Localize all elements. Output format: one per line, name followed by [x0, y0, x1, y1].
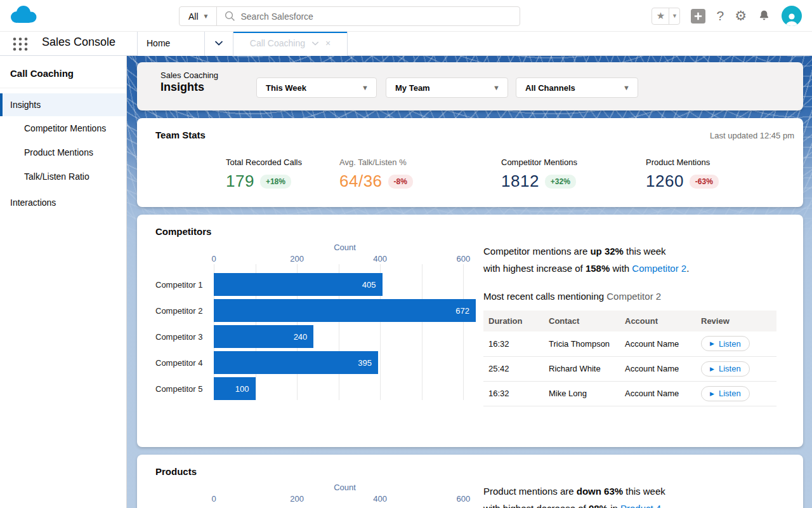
cell-account: Account Name	[620, 381, 696, 406]
stat-delta-badge: +32%	[545, 175, 576, 189]
favorites-star-icon[interactable]: ★	[652, 8, 669, 24]
x-axis-title: Count	[214, 483, 476, 494]
stat-competitor-mentions: Competitor Mentions1812+32%	[501, 157, 577, 191]
timeframe-dropdown[interactable]: This Week ▼	[256, 77, 377, 98]
stat-value: 179	[226, 171, 254, 191]
bar-competitor-3: 240	[214, 325, 313, 348]
table-row: 25:42Richard WhiteAccount Name▶Listen	[483, 356, 776, 381]
bar-competitor-1: 405	[214, 273, 383, 296]
stat-product-mentions: Product Mentions1260-63%	[646, 157, 719, 191]
products-title: Products	[155, 466, 197, 477]
sidebar-item-product-mentions[interactable]: Product Mentions	[0, 140, 126, 164]
chevron-down-icon: ▼	[493, 84, 500, 91]
sidebar-item-interactions[interactable]: Interactions	[0, 191, 126, 214]
global-header: All ▼ ★ ▼ ? ⚙	[0, 0, 812, 32]
team-stats-card: Team Stats Last updated 12:45 pm Total R…	[137, 118, 803, 207]
sidebar: Call Coaching InsightsCompetitor Mention…	[0, 56, 127, 508]
stat-label: Total Recorded Calls	[226, 157, 302, 167]
stat-total-recorded-calls: Total Recorded Calls179+18%	[226, 157, 302, 191]
cell-account: Account Name	[620, 356, 696, 381]
stat-value: 1260	[646, 171, 684, 191]
page-title: Insights	[160, 81, 218, 94]
stat-label: Avg. Talk/Listen %	[339, 157, 413, 167]
recent-calls-heading: Most recent calls mentioning Competitor …	[483, 291, 779, 302]
x-axis-ticks: 0200400600	[214, 494, 476, 507]
competitor-insight-line-1: Competitor mentions are up 32% this week	[483, 243, 779, 260]
stat-value: 64/36	[339, 171, 383, 191]
category-label: Competitor 5	[155, 384, 214, 394]
user-avatar[interactable]	[782, 6, 802, 26]
help-icon[interactable]: ?	[716, 8, 724, 23]
cell-duration: 16:32	[483, 381, 544, 406]
x-tick-600: 600	[456, 494, 470, 504]
bar-row-competitor-5: Competitor 5100	[155, 377, 476, 400]
search-icon	[225, 11, 235, 22]
listen-button[interactable]: ▶Listen	[701, 336, 750, 351]
last-updated: Last updated 12:45 pm	[710, 131, 794, 140]
sidebar-item-talk-listen-ratio[interactable]: Talk/Listen Ratio	[0, 164, 126, 189]
column-header-review: Review	[696, 311, 776, 331]
tab-home-dropdown[interactable]	[204, 30, 233, 56]
products-chart: Count 0200400600	[155, 483, 476, 508]
tab-call-coaching[interactable]: Call Coaching ×	[233, 30, 348, 56]
chevron-down-icon[interactable]	[311, 41, 319, 46]
favorites-caret-icon[interactable]: ▼	[669, 8, 679, 24]
category-label: Competitor 2	[155, 306, 214, 316]
link-product-4[interactable]: Product 4	[620, 503, 661, 508]
play-icon: ▶	[710, 391, 714, 397]
competitors-chart: Count 0200400600 Competitor 1405Competit…	[155, 243, 476, 403]
channels-value: All Channels	[525, 83, 575, 93]
timeframe-value: This Week	[266, 83, 306, 93]
favorites-control: ★ ▼	[652, 8, 680, 25]
stat-delta-badge: +18%	[260, 175, 291, 189]
sidebar-item-insights[interactable]: Insights	[0, 93, 126, 116]
competitors-card: Competitors Count 0200400600 Competitor …	[137, 215, 803, 447]
salesforce-cloud-logo[interactable]	[8, 4, 37, 26]
category-label: Competitor 1	[155, 280, 214, 290]
bar-row-competitor-3: Competitor 3240	[155, 325, 476, 348]
close-tab-icon[interactable]: ×	[325, 38, 331, 48]
product-insight-line-2: with highest decrease of 98% in Product …	[483, 500, 779, 508]
app-name: Sales Console	[42, 36, 115, 49]
search-input[interactable]	[240, 11, 520, 22]
competitor-insight-line-2: with highest increase of 158% with Compe…	[483, 260, 779, 277]
chevron-down-icon: ▼	[623, 84, 630, 91]
notifications-bell-icon[interactable]	[757, 9, 771, 23]
category-label: Competitor 4	[155, 358, 214, 368]
x-tick-0: 0	[211, 494, 216, 504]
chevron-down-icon	[214, 41, 223, 46]
column-header-duration: Duration	[483, 311, 544, 331]
search-scope-label: All	[188, 11, 199, 22]
global-search: All ▼	[179, 6, 520, 26]
column-header-contact: Contact	[544, 311, 620, 331]
cell-account: Account Name	[620, 331, 696, 356]
setup-gear-icon[interactable]: ⚙	[735, 8, 747, 23]
table-row: 16:32Tricia ThompsonAccount Name▶Listen	[483, 331, 776, 356]
search-scope-selector[interactable]: All ▼	[180, 7, 217, 25]
stat-avg-talk-listen: Avg. Talk/Listen %64/36-8%	[339, 157, 413, 191]
cell-contact: Mike Long	[544, 381, 620, 406]
bar-row-competitor-1: Competitor 1405	[155, 273, 476, 296]
stat-value: 1812	[501, 171, 539, 191]
stat-delta-badge: -8%	[388, 175, 413, 189]
category-label: Competitor 3	[155, 332, 214, 342]
quick-add-icon[interactable]	[691, 9, 705, 23]
listen-button[interactable]: ▶Listen	[701, 386, 750, 401]
cell-duration: 16:32	[483, 331, 544, 356]
recent-calls-table: DurationContactAccountReview 16:32Tricia…	[483, 311, 776, 406]
stat-delta-badge: -63%	[690, 175, 719, 189]
chevron-down-icon: ▼	[203, 13, 209, 20]
x-tick-0: 0	[211, 254, 216, 264]
x-tick-600: 600	[456, 254, 470, 264]
listen-button[interactable]: ▶Listen	[701, 361, 750, 377]
bar-row-competitor-2: Competitor 2672	[155, 299, 476, 322]
app-launcher-icon[interactable]	[12, 36, 29, 52]
tab-home[interactable]: Home	[137, 30, 204, 56]
link-competitor-2[interactable]: Competitor 2	[632, 263, 686, 274]
console-nav: Sales Console Home Call Coaching ×	[0, 32, 812, 56]
team-dropdown[interactable]: My Team ▼	[386, 77, 508, 98]
stat-label: Competitor Mentions	[501, 157, 577, 167]
product-insight-line-1: Product mentions are down 63% this week	[483, 483, 779, 500]
sidebar-item-competitor-mentions[interactable]: Competitor Mentions	[0, 116, 126, 140]
channels-dropdown[interactable]: All Channels ▼	[516, 77, 638, 98]
